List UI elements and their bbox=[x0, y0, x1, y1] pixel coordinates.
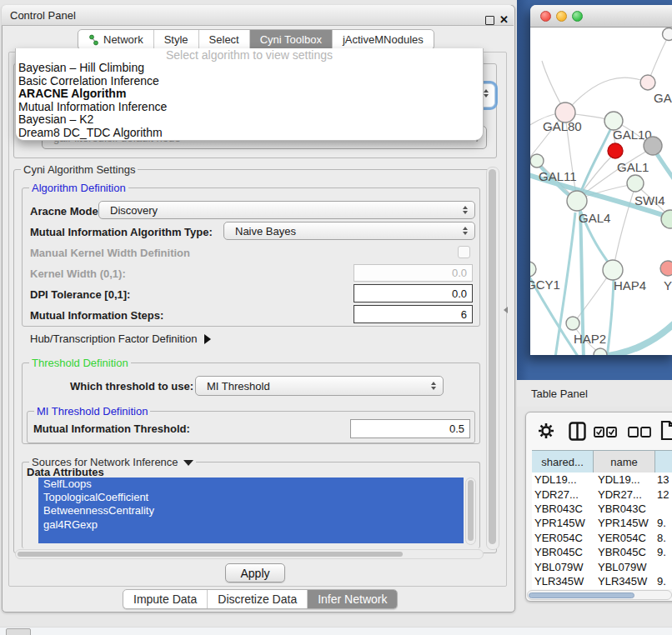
table-cell: YPR145W bbox=[594, 517, 655, 529]
table-row[interactable]: YBR045CYBR045C9. bbox=[532, 545, 672, 559]
table-row[interactable]: YPR145WYPR145W9. bbox=[532, 516, 672, 530]
manual-kernel-checkbox[interactable] bbox=[458, 246, 470, 258]
algorithm-option[interactable]: Basic Correlation Inference bbox=[16, 75, 483, 88]
table-cell: YBR043C bbox=[532, 502, 594, 515]
aracne-mode-combo[interactable]: Discovery bbox=[98, 201, 475, 219]
attribute-option[interactable]: gal4RGexp bbox=[38, 518, 464, 532]
network-node-gal[interactable] bbox=[640, 75, 655, 90]
gear-icon[interactable] bbox=[537, 422, 555, 443]
dpi-tolerance-field[interactable]: 0.0 bbox=[354, 284, 473, 302]
table-horizontal-scrollbar[interactable] bbox=[527, 590, 672, 600]
unchecked-checkboxes-icon[interactable] bbox=[628, 426, 651, 441]
panel-splitter-icon[interactable] bbox=[504, 307, 508, 313]
network-canvas[interactable]: GALGAL80GAL10GAL1GAL11SWI4GAL4GCY1HAP4YH… bbox=[530, 28, 672, 355]
table-row[interactable]: YBR043CYBR043C bbox=[532, 502, 672, 516]
scrollbar-thumb[interactable] bbox=[468, 480, 474, 541]
minimize-traffic-light[interactable] bbox=[556, 11, 567, 22]
mi-steps-field[interactable]: 6 bbox=[354, 305, 473, 323]
network-node[interactable] bbox=[608, 143, 623, 158]
network-node[interactable] bbox=[644, 137, 662, 155]
tab-jactivemnodules[interactable]: jActiveMNodules bbox=[332, 30, 434, 49]
dpi-tolerance-label: DPI Tolerance [0,1]: bbox=[30, 288, 130, 301]
table-row[interactable]: YIL052CYIL052C9. bbox=[532, 588, 672, 589]
column-header-cut[interactable] bbox=[655, 451, 672, 472]
tab-infer-network[interactable]: Infer Network bbox=[307, 590, 397, 608]
attribute-option[interactable]: TopologicalCoefficient bbox=[38, 491, 464, 504]
column-header-name[interactable]: name bbox=[594, 451, 655, 472]
table-cell: 12 bbox=[655, 488, 672, 501]
attribute-option[interactable]: SelfLoops bbox=[38, 478, 464, 491]
columns-icon[interactable] bbox=[569, 422, 586, 444]
kernel-width-value: 0.0 bbox=[452, 267, 467, 279]
expander-arrow-icon bbox=[204, 334, 211, 344]
network-node-gal11[interactable] bbox=[530, 154, 544, 168]
zoom-traffic-light[interactable] bbox=[572, 11, 583, 22]
algorithm-option[interactable]: Mutual Information Inference bbox=[16, 101, 483, 114]
network-node-y[interactable] bbox=[660, 261, 672, 276]
screen: Control Panel ✕ NetworkStyleSelectCyni T… bbox=[0, 0, 672, 635]
network-node-gal4[interactable] bbox=[567, 191, 587, 211]
scrollbar-thumb[interactable] bbox=[529, 592, 634, 598]
mi-threshold-field[interactable]: 0.5 bbox=[350, 419, 470, 438]
table-row[interactable]: YER054CYER054C8. bbox=[532, 531, 672, 545]
table-cell: YDL19... bbox=[532, 473, 594, 486]
kernel-width-field[interactable]: 0.0 bbox=[354, 264, 473, 282]
network-graph[interactable]: GALGAL80GAL10GAL1GAL11SWI4GAL4GCY1HAP4YH… bbox=[530, 28, 672, 355]
network-node-gcy1[interactable] bbox=[530, 262, 536, 277]
settings-horizontal-scrollbar[interactable] bbox=[15, 549, 484, 559]
column-header-shared-name[interactable]: shared... bbox=[532, 451, 594, 472]
document-icon[interactable] bbox=[660, 420, 672, 444]
control-panel-titlebar[interactable]: Control Panel ✕ bbox=[2, 5, 514, 26]
attribute-option[interactable]: BetweennessCentrality bbox=[38, 504, 464, 518]
network-node[interactable] bbox=[663, 28, 672, 41]
which-threshold-combo[interactable]: MI Threshold bbox=[195, 376, 444, 396]
manual-kernel-label: Manual Kernel Width Definition bbox=[30, 247, 190, 259]
aracne-mode-label: Aracne Mode: bbox=[30, 205, 102, 218]
algorithm-option[interactable]: Bayesian – Hill Climbing bbox=[16, 62, 483, 75]
mi-steps-label: Mutual Information Steps: bbox=[30, 309, 163, 322]
algorithm-option[interactable]: ARACNE Algorithm bbox=[16, 88, 483, 101]
tab-label: Impute Data bbox=[133, 592, 197, 606]
attributes-scrollbar[interactable] bbox=[465, 478, 476, 545]
checked-checkboxes-icon[interactable] bbox=[594, 426, 617, 441]
table-cell: YLR345W bbox=[532, 575, 594, 588]
float-window-icon[interactable] bbox=[485, 16, 494, 25]
table-row[interactable]: YDL19...YDL19...13 bbox=[532, 472, 672, 487]
algorithm-option[interactable]: Dream8 DC_TDC Algorithm bbox=[16, 127, 483, 140]
algorithm-placeholder: Select algorithm to view settings bbox=[16, 48, 483, 62]
network-node-hap4[interactable] bbox=[603, 260, 623, 280]
apply-button[interactable]: Apply bbox=[225, 563, 285, 582]
table-cell: 9. bbox=[655, 517, 672, 529]
tab-cyni-toolbox[interactable]: Cyni Toolbox bbox=[249, 30, 332, 49]
scrollbar-thumb[interactable] bbox=[18, 552, 403, 557]
table-panel-title: Table Panel bbox=[531, 388, 588, 400]
network-node-hap2[interactable] bbox=[566, 317, 579, 330]
tab-style[interactable]: Style bbox=[153, 30, 198, 49]
minimized-panel-button[interactable] bbox=[6, 628, 31, 635]
algorithm-option[interactable]: Bayesian – K2 bbox=[16, 113, 483, 127]
node-label: SWI4 bbox=[634, 193, 665, 208]
tab-impute-data[interactable]: Impute Data bbox=[123, 590, 207, 608]
footer-strip bbox=[0, 627, 672, 635]
settings-vertical-scrollbar[interactable] bbox=[486, 167, 499, 550]
network-node[interactable] bbox=[594, 348, 607, 355]
attribute-option-clipped[interactable] bbox=[38, 532, 464, 543]
table-cell: YBR043C bbox=[594, 502, 655, 515]
close-icon[interactable]: ✕ bbox=[499, 13, 509, 26]
tab-network[interactable]: Network bbox=[78, 30, 153, 49]
table-panel-titlebar[interactable]: Table Panel bbox=[517, 380, 672, 407]
table-cell: YER054C bbox=[532, 532, 594, 544]
network-node-gal1[interactable] bbox=[627, 175, 644, 192]
tab-discretize-data[interactable]: Discretize Data bbox=[207, 590, 307, 608]
tab-label: Cyni Toolbox bbox=[260, 33, 322, 46]
scrollbar-thumb[interactable] bbox=[489, 169, 496, 544]
tab-select[interactable]: Select bbox=[198, 30, 249, 49]
table-row[interactable]: YDR27...YDR27...12 bbox=[532, 487, 672, 501]
hub-factor-expander[interactable]: Hub/Transcription Factor Definition bbox=[30, 332, 211, 345]
table-row[interactable]: YLR345WYLR345W9. bbox=[532, 574, 672, 588]
table-row[interactable]: YBL079WYBL079W bbox=[532, 559, 672, 573]
mi-threshold-label: Mutual Information Threshold: bbox=[33, 422, 190, 435]
close-traffic-light[interactable] bbox=[540, 11, 551, 22]
mi-type-combo[interactable]: Naive Bayes bbox=[223, 222, 475, 240]
network-window-titlebar[interactable] bbox=[530, 5, 672, 28]
